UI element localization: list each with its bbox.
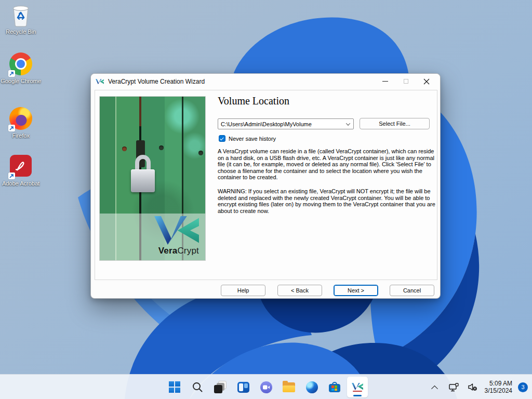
task-view-button[interactable] xyxy=(210,377,231,397)
tray-date: 3/15/2024 xyxy=(485,387,512,394)
back-button[interactable]: < Back xyxy=(277,285,322,296)
shortcut-arrow-icon xyxy=(8,172,15,179)
chrome-icon xyxy=(9,52,33,76)
next-button[interactable]: Next > xyxy=(334,285,378,296)
veracrypt-wizard-window: VeraCrypt Volume Creation Wizard xyxy=(90,73,441,299)
shortcut-arrow-icon xyxy=(8,70,15,77)
veracrypt-wordmark: VeraCrypt xyxy=(158,246,199,256)
padlock-icon xyxy=(131,155,155,192)
volume-location-value[interactable]: C:\Users\Admin\Desktop\MyVolume xyxy=(218,121,343,127)
widgets-icon xyxy=(237,382,249,393)
close-icon xyxy=(423,78,430,85)
checkmark-icon xyxy=(220,136,224,140)
window-title: VeraCrypt Volume Creation Wizard xyxy=(108,78,205,85)
search-button[interactable] xyxy=(187,377,208,397)
veracrypt-taskbar-icon xyxy=(352,383,363,392)
maximize-icon xyxy=(404,79,408,84)
firefox-icon xyxy=(9,107,33,131)
warning-text: WARNING: If you select an existing file,… xyxy=(218,188,436,214)
widgets-button[interactable] xyxy=(233,377,254,397)
wizard-button-row: Help < Back Next > Cancel xyxy=(91,285,440,297)
chevron-down-icon xyxy=(346,121,350,125)
desktop-icon-recycle-bin[interactable]: Recycle Bin xyxy=(1,3,41,35)
volume-tray-button[interactable] xyxy=(466,378,480,396)
acrobat-icon xyxy=(9,155,33,179)
veracrypt-app-icon xyxy=(96,77,104,86)
desktop-icon-adobe-acrobat[interactable]: Adobe Acrobat xyxy=(1,154,41,187)
close-button[interactable] xyxy=(416,74,437,89)
container-info-text: A VeraCrypt volume can reside in a file … xyxy=(218,148,436,181)
title-bar[interactable]: VeraCrypt Volume Creation Wizard xyxy=(91,74,440,89)
windows-start-icon xyxy=(169,381,180,393)
system-tray: 5:09 AM 3/15/2024 3 xyxy=(428,375,529,399)
minimize-icon xyxy=(382,81,388,82)
search-icon xyxy=(192,381,203,393)
select-file-button[interactable]: Select File... xyxy=(360,118,430,129)
never-save-history-label: Never save history xyxy=(229,136,276,142)
microsoft-store-icon xyxy=(329,382,340,392)
desktop-icon-label: Firefox xyxy=(1,132,41,139)
desktop-icon-firefox[interactable]: Firefox xyxy=(1,107,41,139)
network-tray-button[interactable] xyxy=(447,378,461,396)
combobox-dropdown-button[interactable] xyxy=(343,119,353,129)
veracrypt-brand-overlay: VeraCrypt xyxy=(100,214,205,260)
never-save-history-row[interactable]: Never save history xyxy=(219,135,276,142)
desktop-icon-label: Adobe Acrobat xyxy=(1,180,41,187)
chat-icon xyxy=(260,381,272,393)
recycle-bin-icon xyxy=(9,3,33,27)
tray-time: 5:09 AM xyxy=(485,380,512,387)
green-door-photo: VeraCrypt xyxy=(100,97,205,260)
desktop: Recycle Bin Google Chrome Firefox xyxy=(0,0,532,399)
maximize-button[interactable] xyxy=(395,74,416,89)
desktop-icon-google-chrome[interactable]: Google Chrome xyxy=(1,52,41,85)
minimize-button[interactable] xyxy=(375,74,395,89)
veracrypt-taskbar-button[interactable] xyxy=(347,377,368,397)
cancel-button[interactable]: Cancel xyxy=(390,285,434,296)
taskbar: 5:09 AM 3/15/2024 3 xyxy=(0,374,532,399)
shortcut-arrow-icon xyxy=(8,125,15,131)
active-app-indicator xyxy=(353,395,362,396)
microsoft-store-button[interactable] xyxy=(324,377,345,397)
wizard-side-image: VeraCrypt xyxy=(99,96,206,261)
volume-location-combobox[interactable]: C:\Users\Admin\Desktop\MyVolume xyxy=(218,118,354,129)
chevron-up-icon xyxy=(431,385,438,392)
clock[interactable]: 5:09 AM 3/15/2024 xyxy=(485,380,512,394)
edge-button[interactable] xyxy=(301,377,322,397)
network-icon xyxy=(449,383,459,392)
wizard-page-panel: VeraCrypt Volume Location C:\Users\Admin… xyxy=(95,90,437,280)
chat-button[interactable] xyxy=(256,377,276,397)
page-title: Volume Location xyxy=(218,95,289,107)
notification-badge[interactable]: 3 xyxy=(518,382,528,392)
desktop-icon-label: Recycle Bin xyxy=(1,29,41,35)
never-save-history-checkbox[interactable] xyxy=(219,135,225,142)
file-explorer-icon xyxy=(283,382,295,392)
task-view-icon xyxy=(214,381,227,393)
hidden-icons-button[interactable] xyxy=(428,378,442,396)
volume-muted-icon xyxy=(468,383,477,391)
veracrypt-logo xyxy=(154,216,199,245)
help-button[interactable]: Help xyxy=(221,285,265,296)
edge-icon xyxy=(306,381,318,393)
start-button[interactable] xyxy=(164,377,185,397)
file-explorer-button[interactable] xyxy=(278,377,299,397)
desktop-icon-label: Google Chrome xyxy=(1,78,41,85)
